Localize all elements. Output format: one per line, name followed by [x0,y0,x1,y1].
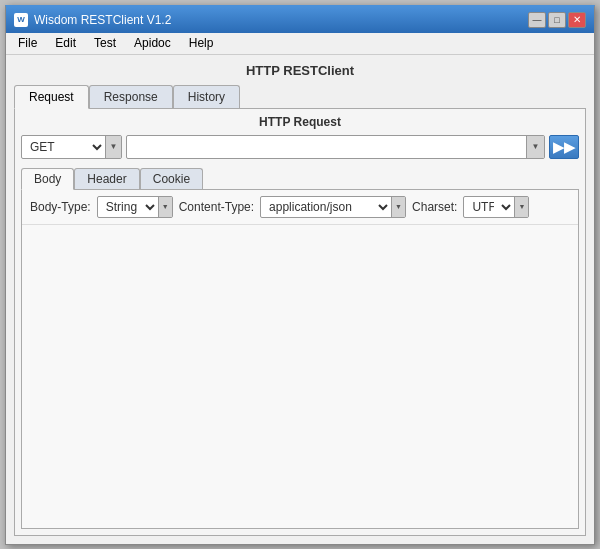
title-bar-left: W Wisdom RESTClient V1.2 [14,13,171,27]
tab-response[interactable]: Response [89,85,173,109]
method-dropdown-icon[interactable]: ▼ [105,136,121,158]
menu-test[interactable]: Test [86,34,124,52]
menu-edit[interactable]: Edit [47,34,84,52]
menu-help[interactable]: Help [181,34,222,52]
main-tabs: Request Response History [14,84,586,108]
close-button[interactable]: ✕ [568,12,586,28]
window-controls: — □ ✕ [528,12,586,28]
title-bar: W Wisdom RESTClient V1.2 — □ ✕ [6,7,594,33]
charset-label: Charset: [412,200,457,214]
body-options-row: Body-Type: String File ▼ Content-Type: a… [22,190,578,225]
app-icon: W [14,13,28,27]
body-type-select-wrapper: String File ▼ [97,196,173,218]
app-title: HTTP RESTClient [14,63,586,78]
charset-select[interactable]: UTF-8 ISO-8859-1 UTF-16 [464,197,514,217]
body-type-dropdown-icon[interactable]: ▼ [158,197,172,217]
url-dropdown-icon[interactable]: ▼ [526,136,544,158]
content-type-select-wrapper: application/json text/plain application/… [260,196,406,218]
http-request-row: GET POST PUT DELETE PATCH HEAD OPTIONS ▼… [21,135,579,159]
url-input-wrapper: ▼ [126,135,545,159]
method-select[interactable]: GET POST PUT DELETE PATCH HEAD OPTIONS [22,136,105,158]
tab-request[interactable]: Request [14,85,89,109]
window-title: Wisdom RESTClient V1.2 [34,13,171,27]
content-type-select[interactable]: application/json text/plain application/… [261,197,391,217]
maximize-button[interactable]: □ [548,12,566,28]
content-type-dropdown-icon[interactable]: ▼ [391,197,405,217]
request-panel: HTTP Request GET POST PUT DELETE PATCH H… [14,108,586,536]
tab-body[interactable]: Body [21,168,74,190]
body-type-label: Body-Type: [30,200,91,214]
body-panel: Body-Type: String File ▼ Content-Type: a… [21,189,579,529]
tab-cookie[interactable]: Cookie [140,168,203,190]
body-type-select[interactable]: String File [98,197,158,217]
charset-select-wrapper: UTF-8 ISO-8859-1 UTF-16 ▼ [463,196,529,218]
body-content-area [22,225,578,528]
send-button[interactable]: ▶▶ [549,135,579,159]
content-type-label: Content-Type: [179,200,254,214]
charset-dropdown-icon[interactable]: ▼ [514,197,528,217]
send-icon: ▶▶ [553,139,575,155]
minimize-button[interactable]: — [528,12,546,28]
tab-header[interactable]: Header [74,168,139,190]
panel-title: HTTP Request [21,115,579,129]
tab-history[interactable]: History [173,85,240,109]
menu-bar: File Edit Test Apidoc Help [6,33,594,55]
method-select-wrapper: GET POST PUT DELETE PATCH HEAD OPTIONS ▼ [21,135,122,159]
menu-file[interactable]: File [10,34,45,52]
content-area: HTTP RESTClient Request Response History… [6,55,594,544]
main-window: W Wisdom RESTClient V1.2 — □ ✕ File Edit… [5,5,595,545]
url-input[interactable] [127,136,526,158]
body-tabs: Body Header Cookie [21,167,579,189]
menu-apidoc[interactable]: Apidoc [126,34,179,52]
